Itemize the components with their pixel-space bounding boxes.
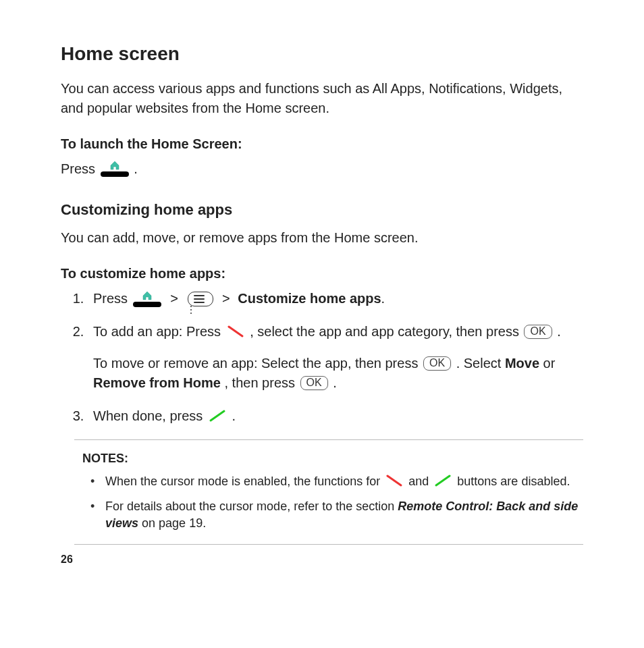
ok-button-icon: OK xyxy=(300,376,328,390)
separator: > xyxy=(170,291,178,306)
move-label: Move xyxy=(505,356,539,371)
customize-heading: To customize home apps: xyxy=(61,264,583,284)
separator: > xyxy=(222,291,230,306)
svg-line-0 xyxy=(229,327,242,336)
home-button-icon xyxy=(101,162,129,177)
step2-add-text1: To add an app: Press xyxy=(93,324,225,339)
remove-label: Remove from Home xyxy=(93,375,221,390)
ok-button-icon: OK xyxy=(423,356,451,371)
text-period: . xyxy=(381,291,385,306)
step2-move-text2: . Select xyxy=(456,356,505,371)
text-period: . xyxy=(333,375,337,390)
note-1: When the cursor mode is enabled, the fun… xyxy=(90,473,583,490)
customize-intro: You can add, move, or remove apps from t… xyxy=(61,228,583,248)
step2-move-text3: or xyxy=(543,356,556,371)
launch-heading: To launch the Home Screen: xyxy=(61,134,583,154)
text-press: Press xyxy=(61,161,99,176)
ok-button-icon: OK xyxy=(524,325,552,339)
notes-list: When the cursor mode is enabled, the fun… xyxy=(74,473,583,533)
step3-text: When done, press xyxy=(93,408,207,423)
step-2: To add an app: Press , select the app an… xyxy=(88,322,583,393)
section-heading-customize: Customizing home apps xyxy=(61,199,583,221)
green-diagonal-icon xyxy=(433,474,452,487)
step-2-move: To move or remove an app: Select the app… xyxy=(93,354,583,393)
note-2: For details about the cursor mode, refer… xyxy=(90,498,583,532)
green-diagonal-icon xyxy=(208,409,227,423)
intro-paragraph: You can access various apps and function… xyxy=(61,79,583,118)
page-number: 26 xyxy=(61,551,583,567)
notes-title: NOTES: xyxy=(82,450,583,467)
step2-add-text2: , select the app and app category, then … xyxy=(250,324,522,339)
text-period: . xyxy=(134,161,138,176)
text-press: Press xyxy=(93,291,132,306)
svg-line-1 xyxy=(211,411,224,421)
step-3: When done, press . xyxy=(88,406,583,426)
note1-text-a: When the cursor mode is enabled, the fun… xyxy=(105,475,383,488)
red-diagonal-icon xyxy=(385,474,404,487)
step-1: Press > > Customize home apps. xyxy=(88,289,583,308)
note2-text-a: For details about the cursor mode, refer… xyxy=(105,500,398,513)
note2-text-b: on page 19. xyxy=(142,516,206,530)
text-period: . xyxy=(557,324,561,339)
launch-instruction: Press . xyxy=(61,159,583,179)
note1-text-c: buttons are disabled. xyxy=(457,475,570,488)
page-title: Home screen xyxy=(61,40,583,68)
svg-line-3 xyxy=(436,476,450,485)
customize-action-label: Customize home apps xyxy=(238,291,381,306)
steps-list: Press > > Customize home apps. To add an… xyxy=(61,289,583,426)
note1-text-b: and xyxy=(408,475,432,488)
home-button-icon xyxy=(133,292,161,307)
text-period: . xyxy=(232,408,236,423)
notes-box: NOTES: When the cursor mode is enabled, … xyxy=(74,439,583,545)
step2-move-text1: To move or remove an app: Select the app… xyxy=(93,356,422,371)
menu-button-icon xyxy=(188,292,213,306)
step2-move-text4: , then press xyxy=(225,375,299,390)
red-diagonal-icon xyxy=(226,325,245,338)
svg-line-2 xyxy=(387,476,401,485)
